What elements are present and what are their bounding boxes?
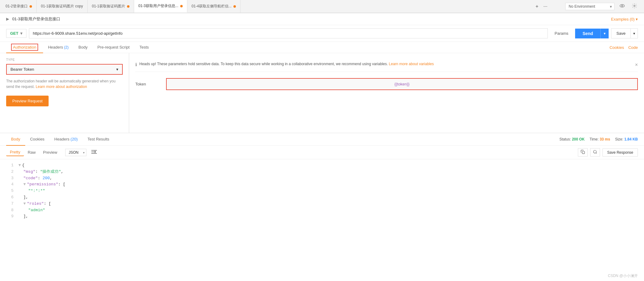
learn-more-variables-link[interactable]: Learn more about variables [389,62,434,66]
json-line: 6], [6,194,638,201]
tab-dot [30,5,32,8]
request-section-tab[interactable]: Tests [134,42,153,53]
body-format-tab[interactable]: Preview [39,149,61,156]
request-tab[interactable]: 01-2登录接口 [1,0,37,13]
learn-more-auth-link[interactable]: Learn more about authorization [36,85,87,89]
json-line: 2"msg": "操作成功", [6,169,638,175]
copy-response-button[interactable] [578,148,588,156]
send-button[interactable]: Send [575,29,600,38]
json-line: 7▼"roles": [ [6,201,638,207]
body-format-tab[interactable]: Pretty [6,148,24,156]
json-line: 9], [6,213,638,220]
svg-line-8 [596,153,597,154]
watermark: CSDN @小小澜开 [608,273,638,279]
info-banner: ℹ Heads up! These parameters hold sensit… [135,58,638,72]
request-section-tab[interactable]: Body [74,42,93,53]
tab-dot [233,5,236,8]
json-line: 5"*:*:*" [6,188,638,194]
send-dropdown-button[interactable]: ▾ [600,29,609,38]
response-section-tab[interactable]: Cookies [25,133,50,146]
collapse-toggle[interactable]: ▼ [23,182,26,187]
collapse-toggle[interactable]: ▼ [23,201,26,206]
response-section-tab[interactable]: Headers (20) [50,133,83,146]
svg-point-7 [594,150,596,153]
req-right-link[interactable]: Cookies [610,45,624,50]
json-line: 8"admin" [6,207,638,214]
preview-request-button[interactable]: Preview Request [6,96,49,106]
save-button[interactable]: Save [611,28,631,38]
req-right-link[interactable]: Code [628,45,638,50]
request-tab[interactable]: 01-4获取左侧导航栏信... [187,0,241,13]
auth-type-select[interactable]: Bearer Token ▾ [6,64,123,75]
request-tab[interactable]: 01-1获取验证码图片 [88,0,134,13]
format-select[interactable]: JSON XML HTML Text [65,149,86,156]
response-section-tab[interactable]: Body [6,133,25,146]
svg-rect-6 [582,151,585,154]
wrap-button[interactable] [89,148,99,156]
examples-link[interactable]: Examples (0) ▾ [611,17,638,22]
auth-note: The authorization header will be automat… [6,78,123,89]
svg-point-1 [622,5,623,7]
info-icon: ℹ [135,61,137,68]
token-input[interactable] [167,79,637,89]
request-section-tab[interactable]: Headers (2) [43,42,74,53]
url-input[interactable] [29,28,548,38]
eye-icon-button[interactable] [618,2,627,11]
environment-select[interactable]: No Environment [565,3,614,10]
token-input-wrapper [166,78,638,90]
token-label: Token [135,82,160,86]
tab-dot [127,5,129,8]
search-response-button[interactable] [590,148,600,156]
add-tab-button[interactable]: + [534,2,539,10]
response-status: Status: 200 OK Time: 33 ms Size: 1.84 KB [559,137,638,141]
request-tab[interactable]: 01-3获取用户登录信息... [134,0,187,13]
params-button[interactable]: Params [550,29,573,38]
breadcrumb: ▶ 01-3获取用户登录信息接口 [6,16,60,22]
request-section-tab[interactable]: Authorization [6,42,43,53]
request-tab[interactable]: 01-1获取验证码图片 copy [37,0,88,13]
svg-point-2 [634,5,635,7]
request-section-tab[interactable]: Pre-request Script [93,42,135,53]
body-format-tab[interactable]: Raw [24,149,39,156]
json-line: 4▼"permissions": [ [6,181,638,188]
close-banner-button[interactable]: × [635,61,638,69]
more-tabs-button[interactable]: ··· [542,2,549,10]
tab-dot [180,5,183,7]
response-section-tab[interactable]: Test Results [82,133,114,146]
json-line: 1▼{ [6,162,638,169]
save-dropdown-button[interactable]: ▾ [631,28,638,38]
save-response-button[interactable]: Save Response [602,148,638,156]
json-line: 3"code": 200, [6,175,638,182]
collapse-toggle[interactable]: ▼ [18,163,21,168]
type-label: TYPE [6,58,123,61]
method-select[interactable]: GET ▾ [6,29,26,38]
svg-point-0 [620,5,625,7]
settings-icon-button[interactable] [630,2,639,11]
